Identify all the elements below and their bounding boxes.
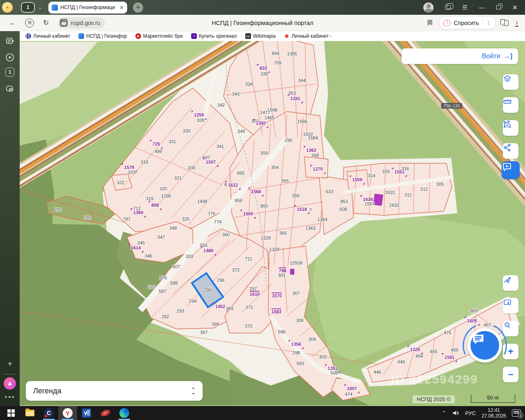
ruler-button[interactable] bbox=[503, 97, 518, 113]
nspd-favicon bbox=[78, 33, 84, 39]
zoom-out-button[interactable]: − bbox=[503, 367, 518, 382]
tab-favicon bbox=[52, 5, 58, 11]
clock[interactable]: 12:4127.06.2025 bbox=[482, 407, 506, 419]
login-button[interactable]: Войти →] bbox=[402, 48, 518, 64]
browser-titlebar: ✦ 1 ⌄ НСПД | Геоинформаци ✕ + ☰ — ✕ bbox=[0, 0, 525, 15]
add-widget-button[interactable]: + bbox=[7, 359, 12, 369]
marketplace-favicon bbox=[135, 33, 141, 39]
tab-title: НСПД | Геоинформаци bbox=[60, 5, 117, 10]
downloads-icon[interactable]: ↓ bbox=[515, 19, 518, 27]
map-copyright: НСПД 2025 © bbox=[413, 395, 455, 403]
file-explorer-button[interactable] bbox=[21, 406, 39, 420]
bookmark-item[interactable]: Личный кабинет bbox=[25, 33, 70, 39]
chevron-down-icon[interactable]: ⌄ bbox=[38, 5, 42, 10]
close-button[interactable]: ✕ bbox=[512, 4, 518, 11]
profile-avatar[interactable] bbox=[423, 2, 434, 13]
new-tab-button[interactable]: + bbox=[133, 2, 143, 13]
bookmark-item[interactable]: Маркетплейс бре bbox=[135, 33, 183, 39]
map-graphics bbox=[20, 41, 525, 406]
tab-group-counter[interactable]: 1 bbox=[21, 2, 35, 13]
sidebar-divider bbox=[4, 374, 16, 374]
consultant-app-button[interactable]: C bbox=[39, 406, 58, 420]
restore-button[interactable] bbox=[496, 5, 501, 9]
side-panels-icon[interactable] bbox=[445, 5, 451, 10]
tabs-counter-icon[interactable]: 1 bbox=[5, 68, 14, 77]
bookmarks-bar: Личный кабинет НСПД | Геоинфор Маркетпле… bbox=[20, 31, 525, 41]
volume-icon[interactable] bbox=[452, 410, 459, 416]
taskbar: C Y W ✂ ⌃ РУС 12:4127.06.2025 2 bbox=[0, 406, 525, 420]
feedback-button[interactable] bbox=[502, 161, 520, 179]
login-label: Войти bbox=[482, 52, 500, 60]
place-search-button[interactable] bbox=[503, 321, 518, 336]
address-bar[interactable]: nspd.gov.ru bbox=[58, 17, 105, 29]
gosuslugi-favicon bbox=[25, 33, 31, 39]
snipping-tool-button[interactable]: ✂ bbox=[96, 406, 115, 420]
yandex-browser-button[interactable]: Y bbox=[58, 406, 77, 420]
alice-assistant-button[interactable] bbox=[4, 377, 16, 390]
minimize-button[interactable]: — bbox=[479, 4, 485, 11]
language-indicator[interactable]: РУС bbox=[465, 410, 476, 416]
tab-close-icon[interactable]: ✕ bbox=[119, 5, 124, 11]
wikimapia-favicon: re bbox=[245, 33, 251, 39]
tray-expand-icon[interactable]: ⌃ bbox=[442, 410, 446, 416]
lock-icon[interactable] bbox=[60, 19, 68, 27]
url-text: nspd.gov.ru bbox=[71, 20, 100, 26]
legend-panel[interactable]: Легенда ⌃⌄ bbox=[26, 381, 203, 401]
notifications-icon[interactable]: 2 bbox=[512, 409, 521, 417]
more-options-icon[interactable]: ●●● bbox=[5, 394, 15, 399]
history-icon[interactable] bbox=[6, 37, 14, 45]
cabinet-favicon bbox=[284, 33, 290, 39]
browser-tab[interactable]: НСПД | Геоинформаци ✕ bbox=[48, 2, 127, 14]
legend-label: Легенда bbox=[33, 387, 192, 395]
minimap-button[interactable] bbox=[503, 298, 518, 313]
browser-sidebar: 1 + ●●● bbox=[0, 15, 20, 406]
browser-toolbar: ← Я ↻ nspd.gov.ru НСПД | Геоинформационн… bbox=[0, 15, 525, 31]
start-button[interactable] bbox=[2, 406, 21, 420]
ask-ai-button[interactable]: ? Спросить ⋮ bbox=[439, 16, 496, 29]
yandex-alice-button[interactable]: ✦ bbox=[2, 2, 13, 13]
locate-button[interactable] bbox=[503, 275, 518, 291]
bookmark-item[interactable]: reWikimapia bbox=[245, 33, 276, 39]
collections-icon[interactable] bbox=[502, 20, 509, 26]
menu-icon[interactable]: ☰ bbox=[462, 4, 468, 11]
login-arrow-icon: →] bbox=[504, 52, 512, 60]
chat-bubble-icon bbox=[470, 331, 486, 347]
road-badge: 75К-136 bbox=[441, 103, 462, 109]
bookmark-flag-icon[interactable] bbox=[427, 20, 432, 26]
bookmark-item[interactable]: НСПД | Геоинфор bbox=[78, 33, 127, 39]
ask-ai-label: Спросить bbox=[454, 20, 479, 26]
legend-expand-icon[interactable]: ⌃⌄ bbox=[192, 388, 195, 394]
yandex-icon[interactable]: Я bbox=[25, 18, 34, 27]
edge-button[interactable] bbox=[115, 406, 134, 420]
bookmark-item[interactable]: Личный кабинет - bbox=[284, 33, 332, 39]
share-button[interactable] bbox=[503, 143, 518, 159]
ask-ai-more-icon[interactable]: ⋮ bbox=[486, 20, 491, 26]
bookmark-item[interactable]: Купить оригинал bbox=[191, 33, 237, 39]
refresh-button[interactable]: ↻ bbox=[43, 18, 49, 27]
object-search-button[interactable] bbox=[503, 120, 518, 136]
word-button[interactable]: W bbox=[77, 406, 96, 420]
map-canvas[interactable]: 8941385709833335334343342344353134115981… bbox=[20, 41, 525, 406]
chat-widget-button[interactable] bbox=[468, 328, 502, 363]
back-button[interactable]: ← bbox=[9, 19, 16, 27]
layers-button[interactable] bbox=[503, 74, 518, 90]
scale-bar: 50 m bbox=[471, 395, 515, 403]
ask-ai-icon: ? bbox=[443, 19, 450, 26]
screenshot-icon[interactable] bbox=[5, 84, 14, 94]
play-icon[interactable] bbox=[5, 53, 14, 62]
shop-favicon bbox=[191, 33, 197, 39]
